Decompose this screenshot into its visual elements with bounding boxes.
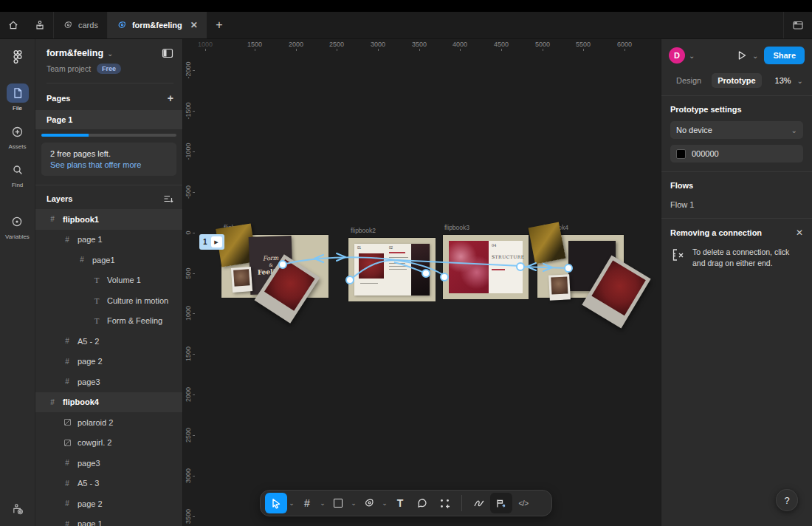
layer-row-flipbook4[interactable]: #flipbook4 bbox=[35, 392, 182, 413]
image-layer-icon bbox=[61, 419, 73, 426]
layer-row-page-2[interactable]: #page 2 bbox=[35, 493, 182, 514]
layer-row-page3[interactable]: #page3 bbox=[35, 372, 182, 392]
rail-community-button[interactable] bbox=[11, 502, 24, 516]
frame-tool-button[interactable]: # bbox=[296, 493, 318, 513]
new-tab-button[interactable]: + bbox=[207, 12, 232, 38]
layer-name: A5 - 3 bbox=[78, 479, 99, 488]
comment-icon bbox=[416, 497, 428, 509]
layer-name: page3 bbox=[78, 459, 100, 468]
present-button[interactable] bbox=[735, 49, 749, 62]
canvas[interactable]: 1000150020002500300035004000450050005500… bbox=[183, 39, 661, 526]
rail-label-variables: Variables bbox=[5, 233, 30, 240]
tab-active-label: form&feeling bbox=[132, 21, 182, 30]
file-name[interactable]: form&feeling bbox=[47, 48, 103, 58]
community-button[interactable] bbox=[27, 12, 53, 38]
layer-row-polaroid-2[interactable]: polaroid 2 bbox=[35, 412, 182, 433]
layer-row-cowgirl-2[interactable]: cowgirl. 2 bbox=[35, 433, 182, 454]
window-top-strip bbox=[0, 0, 812, 12]
free-plan-card: 2 free pages left. See plans that offer … bbox=[41, 143, 176, 176]
layer-row-page-2[interactable]: #page 2 bbox=[35, 352, 182, 372]
actions-tool-button[interactable] bbox=[433, 493, 455, 513]
layer-row-page1[interactable]: #page1 bbox=[35, 250, 182, 270]
layers-sort-button[interactable] bbox=[163, 194, 173, 203]
add-page-button[interactable]: + bbox=[168, 92, 173, 104]
layer-row-a5-2[interactable]: #A5 - 2 bbox=[35, 331, 182, 352]
pen-tool-button[interactable] bbox=[358, 493, 380, 513]
avatar[interactable]: D bbox=[669, 47, 685, 64]
layer-name: Volume 1 bbox=[107, 276, 141, 284]
upgrade-link[interactable]: See plans that offer more bbox=[50, 160, 168, 169]
tip-body-text: To delete a connection, click and drag o… bbox=[692, 247, 803, 269]
dev-mode-icon: </> bbox=[519, 499, 529, 508]
layer-row-page3[interactable]: #page3 bbox=[35, 453, 182, 474]
community-basket-icon bbox=[11, 502, 24, 516]
prototype-settings-section: Prototype settings No device ⌄ 000000 bbox=[661, 96, 812, 172]
frame-icon: # bbox=[47, 398, 58, 406]
text-tool-button[interactable]: T bbox=[389, 493, 411, 513]
rail-item-find[interactable]: Find bbox=[7, 160, 29, 188]
figma-app-window: cards form&feeling ✕ + File Assets Find bbox=[0, 0, 812, 526]
move-tool-button[interactable] bbox=[265, 493, 287, 513]
frame-icon: # bbox=[76, 256, 88, 264]
zoom-level[interactable]: 13% ⌄ bbox=[775, 76, 803, 85]
prototype-connections[interactable] bbox=[183, 39, 661, 526]
rail-item-file[interactable]: File bbox=[7, 83, 29, 112]
tab-close-icon[interactable]: ✕ bbox=[190, 20, 198, 30]
layer-row-a5-3[interactable]: #A5 - 3 bbox=[35, 474, 182, 494]
layer-row-culture-in-motion[interactable]: TCulture in motion bbox=[35, 290, 182, 311]
help-button[interactable]: ? bbox=[776, 489, 798, 511]
flow-item-flow1[interactable]: Flow 1 bbox=[670, 200, 803, 209]
frame-icon: # bbox=[61, 358, 73, 366]
layer-name: page3 bbox=[78, 378, 100, 386]
home-button[interactable] bbox=[0, 12, 27, 38]
prototype-mode-button[interactable] bbox=[490, 493, 512, 513]
present-chevron-icon[interactable]: ⌄ bbox=[752, 52, 758, 60]
shape-tool-button[interactable] bbox=[327, 493, 349, 513]
layer-row-form-feeling[interactable]: TForm & Feeling bbox=[35, 311, 182, 332]
layer-row-page-1[interactable]: #page 1 bbox=[35, 514, 182, 526]
marker-icon bbox=[473, 498, 485, 508]
frame-tool-chevron-icon[interactable]: ⌄ bbox=[318, 499, 327, 507]
color-swatch[interactable] bbox=[676, 149, 686, 159]
image-layer-icon bbox=[61, 440, 73, 446]
comment-tool-button[interactable] bbox=[411, 493, 433, 513]
draw-tools-button[interactable] bbox=[468, 493, 490, 513]
device-select[interactable]: No device ⌄ bbox=[670, 121, 803, 139]
left-panel: form&feeling ⌄ Team project Free Pages +… bbox=[35, 39, 183, 526]
layer-name: page 2 bbox=[78, 357, 103, 366]
tab-form-and-feeling[interactable]: form&feeling ✕ bbox=[107, 12, 207, 38]
tab-cards[interactable]: cards bbox=[53, 12, 107, 38]
layer-row-volume-1[interactable]: TVolume 1 bbox=[35, 270, 182, 291]
share-button[interactable]: Share bbox=[764, 47, 805, 64]
rail-item-assets[interactable]: Assets bbox=[7, 122, 29, 150]
frame-icon: # bbox=[61, 520, 73, 526]
project-label[interactable]: Team project bbox=[47, 64, 91, 73]
pen-tool-chevron-icon[interactable]: ⌄ bbox=[380, 499, 389, 507]
layer-row-page-1[interactable]: #page 1 bbox=[35, 230, 182, 250]
pages-header: Pages bbox=[47, 94, 70, 103]
file-menu-chevron-icon[interactable]: ⌄ bbox=[107, 49, 113, 58]
layer-name: A5 - 2 bbox=[78, 337, 99, 346]
page-item-page1[interactable]: Page 1 bbox=[35, 110, 182, 129]
background-color-input[interactable]: 000000 bbox=[670, 145, 803, 163]
dev-mode-button[interactable]: </> bbox=[512, 493, 534, 513]
open-in-window-icon[interactable] bbox=[791, 19, 805, 31]
flows-header: Flows bbox=[670, 181, 803, 190]
tip-close-icon[interactable]: ✕ bbox=[796, 228, 803, 238]
text-layer-icon: T bbox=[91, 276, 103, 284]
move-tool-chevron-icon[interactable]: ⌄ bbox=[287, 499, 296, 507]
rail-item-variables[interactable]: Variables bbox=[5, 212, 30, 240]
figma-file-icon-active bbox=[117, 20, 127, 30]
tab-prototype[interactable]: Prototype bbox=[712, 73, 761, 88]
flows-section: Flows Flow 1 bbox=[661, 172, 812, 219]
panel-toggle-button[interactable] bbox=[162, 48, 173, 58]
figma-logo-icon[interactable] bbox=[11, 49, 24, 64]
tab-design[interactable]: Design bbox=[670, 73, 707, 88]
layer-name: cowgirl. 2 bbox=[78, 438, 111, 447]
avatar-chevron-icon[interactable]: ⌄ bbox=[689, 52, 695, 60]
shape-tool-chevron-icon[interactable]: ⌄ bbox=[349, 499, 358, 507]
file-icon bbox=[13, 87, 23, 99]
rail-label-find: Find bbox=[12, 182, 24, 188]
layer-row-flipbook1[interactable]: #flipbook1 bbox=[35, 209, 182, 230]
text-icon: T bbox=[397, 497, 404, 509]
